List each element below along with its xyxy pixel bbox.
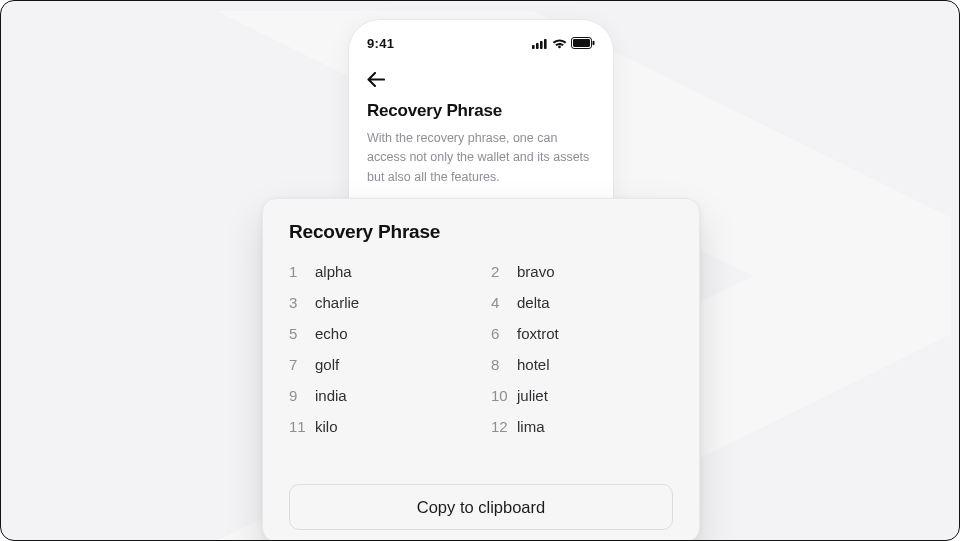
wifi-icon <box>552 38 567 49</box>
phrase-item: 1alpha <box>289 263 471 280</box>
svg-rect-1 <box>536 43 539 49</box>
phrase-number: 4 <box>491 294 517 311</box>
phrase-item: 10juliet <box>491 387 673 404</box>
phrase-item: 2bravo <box>491 263 673 280</box>
phrase-number: 2 <box>491 263 517 280</box>
svg-rect-2 <box>540 41 543 49</box>
app-stage: 9:41 Recovery Phrase With the recovery p… <box>0 0 960 541</box>
phrase-number: 11 <box>289 418 315 435</box>
phrase-word: lima <box>517 418 545 435</box>
phrase-number: 8 <box>491 356 517 373</box>
status-indicators <box>532 37 595 49</box>
phrase-item: 5echo <box>289 325 471 342</box>
phrase-word: alpha <box>315 263 352 280</box>
svg-rect-0 <box>532 45 535 49</box>
recovery-phrase-sheet: Recovery Phrase 1alpha 2bravo 3charlie 4… <box>262 198 700 541</box>
copy-button-label: Copy to clipboard <box>417 498 545 517</box>
phrase-item: 8hotel <box>491 356 673 373</box>
arrow-left-icon <box>367 72 385 87</box>
phrase-word: kilo <box>315 418 338 435</box>
phrase-number: 9 <box>289 387 315 404</box>
phrase-number: 5 <box>289 325 315 342</box>
phrase-word: charlie <box>315 294 359 311</box>
phrase-word: golf <box>315 356 339 373</box>
page-title: Recovery Phrase <box>367 101 595 121</box>
back-button[interactable] <box>367 72 595 91</box>
status-bar: 9:41 <box>367 34 595 52</box>
battery-icon <box>571 37 595 49</box>
phrase-word: delta <box>517 294 550 311</box>
status-time: 9:41 <box>367 36 394 51</box>
phrase-word: india <box>315 387 347 404</box>
svg-rect-6 <box>593 41 595 45</box>
phrase-number: 6 <box>491 325 517 342</box>
phrase-item: 7golf <box>289 356 471 373</box>
phrase-item: 11kilo <box>289 418 471 435</box>
phrase-number: 7 <box>289 356 315 373</box>
phrase-item: 6foxtrot <box>491 325 673 342</box>
phrase-number: 10 <box>491 387 517 404</box>
phrase-item: 9india <box>289 387 471 404</box>
cellular-icon <box>532 38 548 49</box>
phrase-word: juliet <box>517 387 548 404</box>
svg-rect-5 <box>573 39 590 47</box>
phrase-word: foxtrot <box>517 325 559 342</box>
sheet-title: Recovery Phrase <box>289 221 673 243</box>
phrase-word: echo <box>315 325 348 342</box>
phrase-item: 4delta <box>491 294 673 311</box>
phrase-item: 12lima <box>491 418 673 435</box>
recovery-phrase-grid: 1alpha 2bravo 3charlie 4delta 5echo 6fox… <box>289 263 673 435</box>
copy-to-clipboard-button[interactable]: Copy to clipboard <box>289 484 673 530</box>
svg-rect-3 <box>544 39 547 49</box>
phrase-number: 1 <box>289 263 315 280</box>
phrase-item: 3charlie <box>289 294 471 311</box>
phrase-word: hotel <box>517 356 550 373</box>
page-description: With the recovery phrase, one can access… <box>367 129 595 187</box>
phrase-number: 3 <box>289 294 315 311</box>
phrase-word: bravo <box>517 263 555 280</box>
phrase-number: 12 <box>491 418 517 435</box>
